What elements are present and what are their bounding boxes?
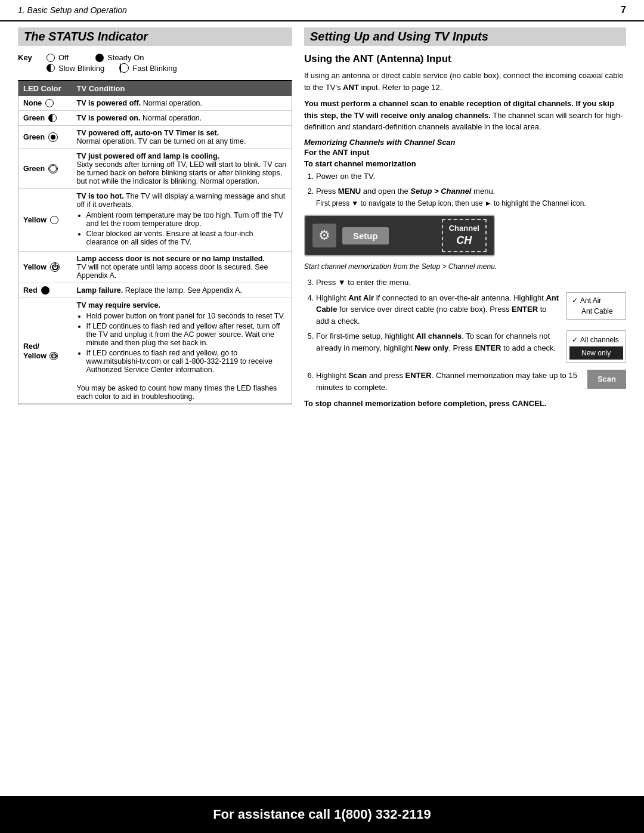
footer-text: For assistance call 1(800) 332-2119 [213, 807, 431, 822]
green2-indicator-icon [48, 132, 58, 142]
intro-text: If using an antenna or direct cable serv… [304, 70, 626, 93]
key-row-slow: Slow Blinking Fast Blinking [45, 63, 177, 73]
circle-empty-icon [47, 54, 55, 62]
new-only-label: New only [581, 348, 611, 358]
key-steady-label: Steady On [107, 53, 144, 62]
step-4: ✓ Ant Air Ant Cable Highlight Ant Air if… [316, 292, 626, 327]
col-tv-condition: TV Condition [72, 80, 292, 96]
key-symbols: Off Steady On Slow Blinking Fast Blinkin… [45, 53, 177, 73]
page-footer: For assistance call 1(800) 332-2119 [0, 796, 644, 833]
channel-box: ChannelCH [442, 219, 487, 252]
key-legend: Key Off Steady On Slow Blinking Fast Bli… [18, 53, 292, 73]
step-5: ✓ All channels New only For first-time s… [316, 330, 626, 366]
setup-caption: Start channel memorization from the Setu… [304, 262, 626, 271]
ant-panel: ✓ Ant Air Ant Cable [566, 292, 626, 320]
circle-half-icon [47, 64, 55, 72]
all-channels-row: ✓ All channels [572, 333, 621, 346]
step-3: Press ▼ to enter the menu. [316, 277, 626, 289]
new-only-row: New only [569, 346, 623, 360]
setup-image: ⚙ Setup ChannelCH [304, 215, 495, 256]
scan-label: Scan [597, 374, 616, 383]
channels-panel: ✓ All channels New only [566, 330, 626, 363]
led-color-redyellow: Red/ Yellow ⏻ [18, 298, 72, 404]
tv-condition-green3: TV just powered off and lamp is cooling.… [72, 149, 292, 189]
table-row: Yellow ⏻ Lamp access door is not secure … [18, 252, 292, 283]
led-color-yellow1: Yellow [18, 189, 72, 252]
all-channels-check: ✓ [572, 335, 578, 345]
table-row: Green TV just powered off and lamp is co… [18, 149, 292, 189]
table-row: None TV is powered off. Normal operation… [18, 96, 292, 111]
step-1: Power on the TV. [316, 171, 626, 182]
table-row: Green TV powered off, auto-on TV Timer i… [18, 126, 292, 149]
green1-indicator-icon [48, 114, 57, 122]
key-row-off: Off Steady On [45, 53, 177, 62]
scan-panel: Scan [587, 370, 626, 389]
right-section-title: Setting Up and Using TV Inputs [304, 27, 626, 46]
page-number: 7 [621, 5, 626, 16]
memorizing-heading: Memorizing Channels with Channel Scan [304, 138, 626, 147]
stop-text: To stop channel memorization before comp… [304, 398, 626, 410]
left-column: The STATUS Indicator Key Off Steady On S… [18, 27, 292, 414]
led-table: LED Color TV Condition None TV is powere… [18, 80, 292, 404]
led-color-green1: Green [18, 111, 72, 126]
key-slow-label: Slow Blinking [58, 64, 104, 73]
content-area: The STATUS Indicator Key Off Steady On S… [0, 27, 644, 414]
step-6: Scan Highlight Scan and press ENTER. Cha… [316, 370, 626, 393]
tv-condition-redyellow: TV may require service. Hold power butto… [72, 298, 292, 404]
to-start-heading: To start channel memorization [304, 159, 626, 168]
header-title: 1. Basic Setup and Operation [18, 5, 127, 15]
led-color-none: None [18, 96, 72, 111]
right-column: Setting Up and Using TV Inputs Using the… [304, 27, 626, 414]
tv-condition-yellow1: TV is too hot. The TV will display a war… [72, 189, 292, 252]
setup-label: Setup [342, 227, 389, 244]
yellow2-indicator-icon: ⏻ [50, 262, 60, 272]
circle-fast-icon [119, 63, 129, 73]
ant-air-label: Ant Air [580, 295, 601, 306]
warning-text: You must perform a channel scan to enabl… [304, 98, 626, 133]
ant-air-check: ✓ [572, 295, 578, 306]
key-off-label: Off [58, 53, 69, 62]
green3-indicator-icon [48, 164, 58, 174]
tv-condition-green1: TV is powered on. Normal operation. [72, 111, 292, 126]
ant-air-row: ✓ Ant Air [572, 295, 621, 306]
table-row: Red Lamp failure. Replace the lamp. See … [18, 283, 292, 298]
led-color-green2: Green [18, 126, 72, 149]
led-color-red: Red [18, 283, 72, 298]
ant-cable-row: Ant Cable [572, 306, 621, 317]
left-section-title: The STATUS Indicator [18, 27, 292, 46]
all-channels-label: All channels [580, 335, 619, 345]
step-2: Press MENU and open the Setup > Channel … [316, 185, 626, 209]
steps-list: Power on the TV. Press MENU and open the… [316, 171, 626, 209]
tv-condition-yellow2: Lamp access door is not secure or no lam… [72, 252, 292, 283]
table-row: Red/ Yellow ⏻ TV may require service. Ho… [18, 298, 292, 404]
tv-condition-none: TV is powered off. Normal operation. [72, 96, 292, 111]
circle-full-icon [95, 54, 104, 62]
page-header: 1. Basic Setup and Operation 7 [0, 0, 644, 21]
redyellow-indicator-icon: ⏻ [49, 352, 58, 360]
ant-cable-label: Ant Cable [581, 306, 613, 317]
subsection-title: Using the ANT (Antenna) Input [304, 53, 626, 65]
tv-condition-green2: TV powered off, auto-on TV Timer is set.… [72, 126, 292, 149]
table-row: Yellow TV is too hot. The TV will displa… [18, 189, 292, 252]
led-color-yellow2: Yellow ⏻ [18, 252, 72, 283]
yellow1-indicator-icon [50, 216, 58, 224]
red-indicator-icon [41, 286, 49, 295]
led-color-green3: Green [18, 149, 72, 189]
tv-condition-red: Lamp failure. Replace the lamp. See Appe… [72, 283, 292, 298]
key-label: Key [18, 53, 36, 62]
for-ant-heading: For the ANT input [304, 148, 626, 157]
key-fast-label: Fast Blinking [132, 64, 177, 73]
setup-gear-icon: ⚙ [312, 224, 336, 247]
gear-icon: ⚙ [318, 228, 330, 243]
none-indicator-icon [45, 99, 54, 107]
col-led-color: LED Color [18, 80, 72, 96]
table-row: Green TV is powered on. Normal operation… [18, 111, 292, 126]
steps-list-continued: Press ▼ to enter the menu. ✓ Ant Air Ant… [316, 277, 626, 393]
